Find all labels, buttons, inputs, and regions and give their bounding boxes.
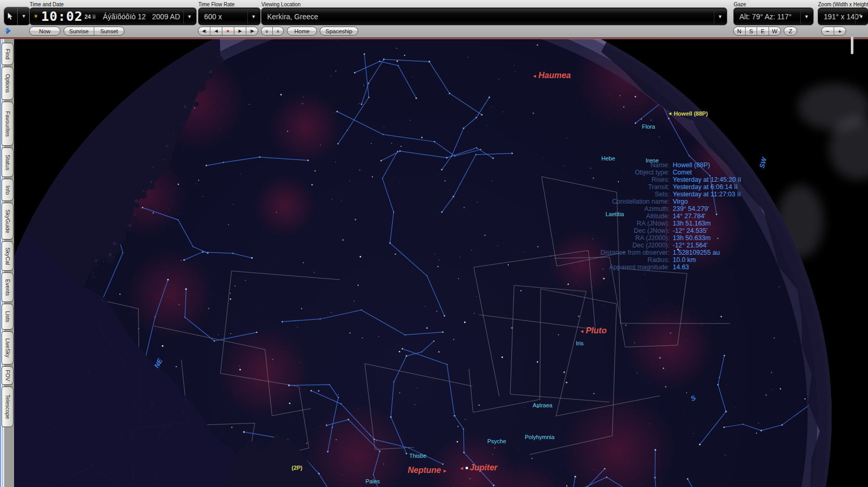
info-row-label: Transit: <box>535 183 670 191</box>
zenith-button[interactable]: Z <box>784 27 797 35</box>
date-text: Áýãïõóôïò 12 <box>103 13 146 21</box>
zoom-field[interactable]: 191° x 140° ▼ <box>817 7 868 26</box>
step-forward-button[interactable]: |▶ <box>246 27 258 35</box>
info-row-label: RA (JNow): <box>535 220 670 227</box>
label-arrow-icon: ◄ <box>668 111 672 116</box>
info-row-value: Yesterday at 6:06:14 ìì <box>673 183 738 191</box>
gaze-value: Alt: 79° Az: 117° <box>739 13 791 21</box>
time-date-field[interactable]: ☀ 10:02 24 ìì Áýãïõóôïò 12 2009 AD ▼ <box>29 7 197 26</box>
gaze-w-button[interactable]: W <box>769 27 781 35</box>
sky-object-label-astraea[interactable]: Astraea <box>533 402 552 408</box>
info-row-label: Rises: <box>535 176 670 183</box>
time-flow-value: 600 x <box>204 13 222 21</box>
info-row: Object type:Comet <box>535 169 741 176</box>
sidebar-tab-favourites[interactable]: Favourites <box>2 102 14 146</box>
location-up-button[interactable]: ∧ <box>273 27 284 35</box>
info-row-value: -12° 21.564' <box>673 242 708 249</box>
cursor-arrow-icon[interactable] <box>4 7 17 25</box>
sidebar-tab-options[interactable]: Options <box>2 67 14 100</box>
info-row-value: 14° 27.784' <box>673 213 706 220</box>
sidebar-tab-label: Favourites <box>5 111 11 136</box>
time-date-dropdown[interactable]: ▼ <box>183 9 195 24</box>
planet-dot <box>466 467 468 469</box>
sidebar-tab-fov[interactable]: FOV <box>2 366 14 385</box>
spaceship-button[interactable]: Spaceship <box>320 27 358 35</box>
sky-object-label-iris[interactable]: Iris <box>576 340 584 346</box>
play-reverse-button[interactable]: ◀ <box>210 27 222 35</box>
sidebar-tab-label: Find <box>5 48 11 59</box>
info-row-label: Dec (J2000): <box>535 242 670 249</box>
clock-time: 10:02 <box>41 10 83 23</box>
cursor-tool-button[interactable]: ▼ <box>4 7 31 26</box>
info-row-label: Sets: <box>535 191 670 198</box>
sky-object-label-neptune[interactable]: Neptune► <box>408 466 447 475</box>
sky-object-label-pales[interactable]: Pales <box>366 478 380 484</box>
info-row-value: Howell (88P) <box>673 161 710 169</box>
sky-object-label-polyhymnia[interactable]: Polyhymnia <box>525 434 555 440</box>
zoom-dropdown[interactable]: ▼ <box>855 9 867 24</box>
sky-object-label-thisbe[interactable]: Thisbe <box>409 453 426 459</box>
sunrise-button[interactable]: Sunrise <box>64 27 94 35</box>
label-arrow-icon: ◄ <box>532 73 537 79</box>
pushpin-icon[interactable] <box>4 27 13 36</box>
sky-chart-view[interactable]: ◄Howell (88P)(2P)◄Haumea◄PlutoNeptune►◄J… <box>14 39 868 487</box>
label-text: Jupiter <box>470 463 497 472</box>
sidebar-tab-skycal[interactable]: SkyCal <box>2 241 14 271</box>
sidebar-tab-status[interactable]: Status <box>2 147 14 177</box>
viewing-location-field[interactable]: Kerkira, Greece ▼ <box>261 7 727 26</box>
viewing-location-dropdown[interactable]: ▼ <box>714 9 726 24</box>
sidebar-tab-telescope[interactable]: Telescope <box>2 386 14 427</box>
sunset-button[interactable]: Sunset <box>94 27 124 35</box>
sidebar-tab-label: Status <box>5 155 11 170</box>
gaze-field[interactable]: Alt: 79° Az: 117° ▼ <box>733 7 814 26</box>
sky-object-label-psyche[interactable]: Psyche <box>487 438 506 444</box>
sidebar-tab-lists[interactable]: Lists <box>2 304 14 330</box>
info-row-value: 14.63 <box>673 264 689 271</box>
gaze-dropdown[interactable]: ▼ <box>800 9 812 24</box>
sky-object-label-haumea[interactable]: ◄Haumea <box>532 71 571 80</box>
sidebar-tab-label: Info <box>5 185 11 195</box>
gaze-n-button[interactable]: N <box>734 27 746 35</box>
sidebar-tab-find[interactable]: Find <box>2 43 14 65</box>
window-scroll-nub[interactable] <box>851 36 853 54</box>
zoom-in-button[interactable]: + <box>834 27 846 35</box>
object-info-panel: Name:Howell (88P)Object type:CometRises:… <box>535 161 741 271</box>
info-row-value: 239° 54.279' <box>673 205 709 213</box>
time-flow-field[interactable]: 600 x ▼ <box>198 7 261 26</box>
gaze-s-button[interactable]: S <box>746 27 758 35</box>
label-text: Pluto <box>586 326 607 335</box>
label-text: Polyhymnia <box>525 434 555 440</box>
sidebar-tab-label: SkyGuide <box>5 209 11 233</box>
play-forward-button[interactable]: ▶ <box>234 27 246 35</box>
stop-button[interactable]: ■ <box>222 27 234 35</box>
sky-object-label-pluto[interactable]: ◄Pluto <box>580 326 607 335</box>
sidebar-tab-info[interactable]: Info <box>2 179 14 201</box>
sidebar-tab-events[interactable]: Events <box>2 272 14 302</box>
cursor-tool-dropdown[interactable]: ▼ <box>17 7 31 25</box>
label-arrow-icon: ◄ <box>459 466 464 471</box>
sky-object-label--2p-[interactable]: (2P) <box>292 465 303 471</box>
now-button[interactable]: Now <box>29 27 60 35</box>
sidebar-tab-label: Events <box>5 279 11 295</box>
sky-object-label-flora[interactable]: Flora <box>642 123 655 130</box>
step-back-button[interactable]: ◀| <box>198 27 210 35</box>
sky-object-label-jupiter[interactable]: ◄Jupiter <box>459 463 497 472</box>
info-row: Altitude:14° 27.784' <box>535 213 741 220</box>
zoom-out-button[interactable]: − <box>822 27 834 35</box>
sidebar-tab-livesky[interactable]: LiveSky <box>2 331 14 365</box>
gaze-e-button[interactable]: E <box>757 27 769 35</box>
info-row-label: Constellation name: <box>535 198 670 205</box>
sidebar-tab-skyguide[interactable]: SkyGuide <box>2 203 14 240</box>
info-row-value: -12° 24.535' <box>673 227 708 234</box>
info-row-value: Comet <box>673 169 692 176</box>
time-flow-dropdown[interactable]: ▼ <box>247 9 259 24</box>
gaze-section-label: Gaze <box>734 2 746 7</box>
sky-object-label-howell-88p-[interactable]: ◄Howell (88P) <box>668 110 708 117</box>
label-text: (2P) <box>292 465 303 471</box>
side-tab-rail: FindOptionsFavouritesStatusInfoSkyGuideS… <box>0 39 14 487</box>
label-text: Haumea <box>538 71 571 80</box>
label-text: Astraea <box>533 402 552 408</box>
home-button[interactable]: Home <box>287 27 317 35</box>
location-down-button[interactable]: ∨ <box>261 27 273 35</box>
sky-object-label-hebe[interactable]: Hebe <box>601 155 615 161</box>
